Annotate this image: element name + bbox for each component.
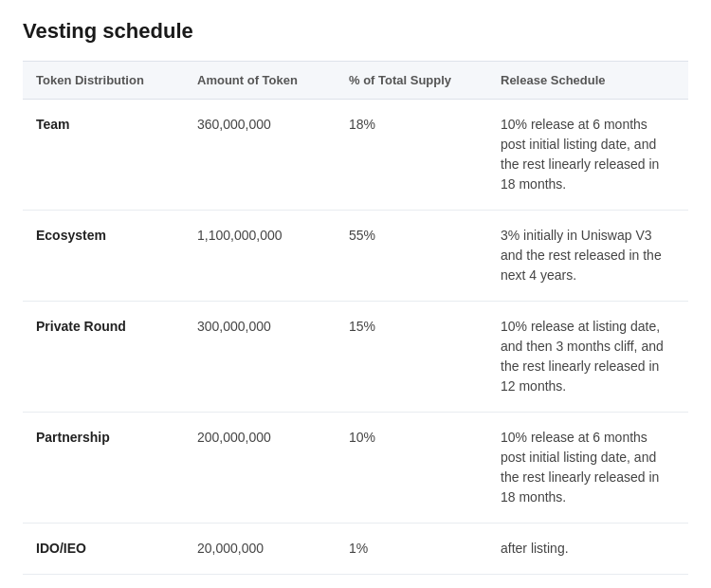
header-release: Release Schedule xyxy=(487,62,688,100)
cell-release: after listing and reserved for marketing… xyxy=(487,575,688,589)
cell-release: 10% release at listing date, and then 3 … xyxy=(487,302,688,413)
table-row: IDO/IEO20,000,0001%after listing. xyxy=(23,524,688,575)
cell-amount: 1,100,000,000 xyxy=(184,211,336,302)
cell-distribution: IDO/IEO xyxy=(23,524,184,575)
table-row: Partnership200,000,00010%10% release at … xyxy=(23,413,688,524)
cell-amount: 20,000,000 xyxy=(184,524,336,575)
cell-percent: 55% xyxy=(336,211,487,302)
cell-percent: 10% xyxy=(336,413,487,524)
cell-percent: 18% xyxy=(336,100,487,211)
cell-distribution: Airdrop xyxy=(23,575,184,589)
cell-distribution: Ecosystem xyxy=(23,211,184,302)
table-header-row: Token Distribution Amount of Token % of … xyxy=(23,62,688,100)
cell-amount: 20,000,000 xyxy=(184,575,336,589)
cell-amount: 200,000,000 xyxy=(184,413,336,524)
table-row: Private Round300,000,00015%10% release a… xyxy=(23,302,688,413)
header-distribution: Token Distribution xyxy=(23,62,184,100)
header-percent: % of Total Supply xyxy=(336,62,487,100)
header-amount: Amount of Token xyxy=(184,62,336,100)
table-row: Team360,000,00018%10% release at 6 month… xyxy=(23,100,688,211)
table-row: Ecosystem1,100,000,00055%3% initially in… xyxy=(23,211,688,302)
cell-distribution: Private Round xyxy=(23,302,184,413)
cell-percent: 1% xyxy=(336,524,487,575)
cell-release: 3% initially in Uniswap V3 and the rest … xyxy=(487,211,688,302)
cell-amount: 300,000,000 xyxy=(184,302,336,413)
vesting-table: Token Distribution Amount of Token % of … xyxy=(23,61,688,588)
cell-distribution: Partnership xyxy=(23,413,184,524)
table-row: Airdrop20,000,0001%after listing and res… xyxy=(23,575,688,589)
cell-amount: 360,000,000 xyxy=(184,100,336,211)
cell-percent: 1% xyxy=(336,575,487,589)
cell-distribution: Team xyxy=(23,100,184,211)
cell-release: after listing. xyxy=(487,524,688,575)
cell-release: 10% release at 6 months post initial lis… xyxy=(487,413,688,524)
cell-release: 10% release at 6 months post initial lis… xyxy=(487,100,688,211)
cell-percent: 15% xyxy=(336,302,487,413)
page-title: Vesting schedule xyxy=(23,19,688,44)
